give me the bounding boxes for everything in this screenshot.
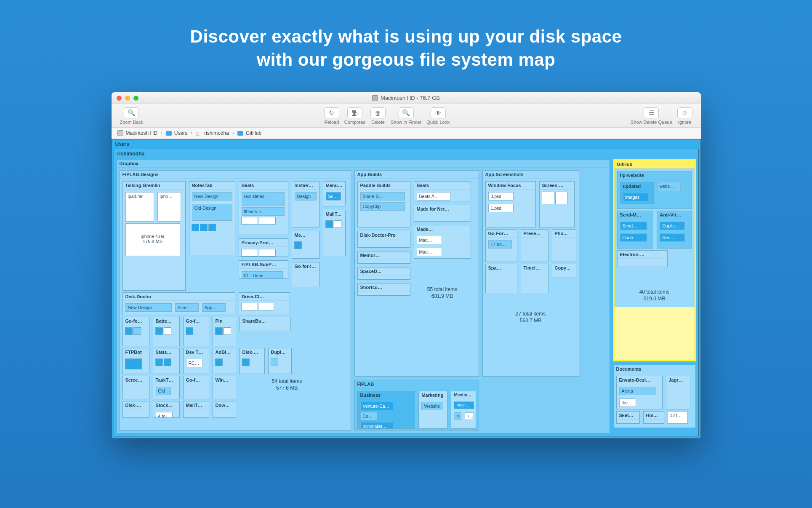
folder-disk3[interactable]: Disk-… [122, 401, 149, 418]
folder-adbl[interactable]: AdBl… [213, 348, 236, 374]
folder-send-m[interactable]: Send-M… Send… Code [617, 211, 654, 249]
folder-copy[interactable]: Copy… [552, 264, 576, 278]
show-delete-queue-button[interactable]: ☰ Show Delete Queue [631, 107, 672, 125]
folder-fiplab[interactable]: FIPLAB Business Venture-Ca… Cont… minima… [354, 380, 479, 430]
folder-raw-stems[interactable]: raw-stems [242, 192, 285, 206]
folder-shortcu[interactable]: Shortcu… [357, 283, 410, 296]
delete-button[interactable]: 🗑 Delete [370, 107, 386, 125]
folder-spaced[interactable]: SpaceD… [357, 267, 410, 280]
folder-privacy-protector[interactable]: Privacy-Prot… [239, 238, 288, 257]
folder-github[interactable]: GitHub fip-website updated images [613, 159, 696, 361]
folder-disk-doctor-pro[interactable]: Disk-Doctor-Pro [357, 231, 410, 248]
folder-stock[interactable]: Stock…4 to… [153, 401, 180, 418]
close-icon[interactable] [117, 96, 122, 101]
folder-new-design[interactable]: New-Design [192, 192, 232, 201]
show-in-finder-button[interactable]: 🔍 Show in Finder [391, 107, 421, 125]
folder-dow[interactable]: Dow… [213, 401, 236, 418]
folder-go-for-i[interactable]: Go-for-I… [292, 262, 319, 287]
level-users[interactable]: Users [112, 139, 700, 149]
folder-made-net[interactable]: Made for Net… [414, 205, 471, 222]
list-icon: ☰ [644, 107, 659, 118]
folder-meeting-re[interactable]: Meeting-Re… Programm… Ne…7 tot… [451, 391, 476, 429]
folder-me[interactable]: Me… [292, 231, 319, 259]
folder-flbeats[interactable]: flbeats-fi… [242, 207, 285, 216]
file-iphone4[interactable]: iphone 4.rar 175.8 MB [125, 223, 180, 256]
folder-marketing[interactable]: Marketing Website [418, 391, 447, 429]
folder-beats[interactable]: Beats raw-stems flbeats-fi… [239, 181, 288, 235]
ignore-button[interactable]: ⊘ Ignore [677, 107, 692, 125]
folder-go-f2[interactable]: Go-f… [183, 376, 209, 399]
folder-app-screenshots[interactable]: App-Screenshots Window-Focus 3.psd 1.psd [482, 170, 579, 377]
folder-memor[interactable]: Memor… [357, 251, 410, 264]
magnifier-icon: 🔍 [124, 107, 139, 118]
folder-electron[interactable]: Electron-… [617, 250, 668, 267]
folder-stats[interactable]: Stats… [153, 348, 180, 374]
crumb-rishimodha[interactable]: rishimodha [196, 130, 229, 136]
folder-sket[interactable]: Sket… [616, 411, 640, 424]
folder-anti-vir[interactable]: Anti-Vir… Duplic… Res… [657, 211, 692, 249]
folder-win[interactable]: Win… [213, 376, 236, 399]
folder-pin[interactable]: Pin [213, 317, 236, 346]
folder-jagr[interactable]: Jagr… [666, 376, 690, 409]
folder-spa[interactable]: Spa… [485, 264, 517, 293]
folder-envato[interactable]: Envato-Desi… Alerta the… [616, 376, 663, 409]
level-rishimodha[interactable]: rishimodha [114, 149, 698, 158]
chevron-right-icon: › [232, 130, 234, 136]
folder-prese[interactable]: Prese… [521, 229, 548, 262]
window-titlebar[interactable]: Macintosh HD - 76.7 GB [112, 92, 701, 104]
folder-screen[interactable]: Screen-… [539, 181, 575, 227]
folder-dropbox[interactable]: Dropbox FIPLAB-Designs Talking-Gremlin [117, 159, 610, 433]
trash-icon: 🗑 [370, 107, 386, 118]
folder-dev-t[interactable]: Dev T…RCP… [183, 348, 209, 374]
folder-documents[interactable]: Documents Envato-Desi… Alerta the… [613, 365, 696, 428]
crumb-github[interactable]: GitHub [237, 130, 261, 136]
marketing-headline: Discover exactly what is using up your d… [0, 0, 812, 84]
file-ipho[interactable]: ipho… [157, 192, 181, 222]
folder-menu[interactable]: Menu… Scr… [323, 181, 346, 206]
crumb-macintosh-hd[interactable]: Macintosh HD [117, 130, 157, 136]
folder-mailt[interactable]: MailT… [183, 401, 209, 418]
folder-drive-cl[interactable]: Drive-Cl… [239, 292, 290, 315]
quick-look-button[interactable]: 👁 Quick Look [426, 107, 450, 125]
folder-old-design[interactable]: Old-Design [192, 204, 232, 221]
folder-made[interactable]: Made… Mad… Mad… [414, 225, 471, 259]
traffic-lights[interactable] [117, 96, 138, 101]
folder-fiplab-designs[interactable]: FIPLAB-Designs Talking-Gremlin [120, 170, 351, 430]
folder-timel[interactable]: Timel… [521, 264, 548, 293]
compress-icon: 🗜 [347, 107, 362, 118]
folder-instar[interactable]: InstaR… Design [292, 181, 319, 227]
toolbar: 🔍 Zoom Back ↻ Reload 🗜 Compress 🗑 Delete… [112, 104, 701, 128]
folder-paddle-builds[interactable]: Paddle Builds Share B… CopyClip [357, 181, 410, 227]
folder-business[interactable]: Business Venture-Ca… Cont… minimalist… A… [357, 391, 415, 429]
folder-pho[interactable]: Pho… [552, 229, 576, 262]
folder-go-for[interactable]: Go-For…17 tot… [485, 229, 517, 262]
folder-app-builds[interactable]: App-Builds Paddle Builds Share B… Co [354, 170, 479, 377]
minimize-icon[interactable] [125, 96, 130, 101]
treemap[interactable]: Users rishimodha Dropbox FIPLAB-Designs [112, 139, 701, 438]
folder-go-f[interactable]: Go-f… [183, 317, 209, 346]
folder-go-fo[interactable]: Go-fo… [122, 317, 149, 346]
folder-scree[interactable]: Scree… [122, 376, 149, 399]
folder-hol[interactable]: Hol… [643, 411, 664, 424]
folder-disk2[interactable]: Disk-… [240, 348, 265, 374]
folder-talking-gremlin[interactable]: Talking-Gremlin ipad.rar ipho… [122, 181, 186, 291]
compress-button[interactable]: 🗜 Compress [344, 107, 365, 125]
reload-button[interactable]: ↻ Reload [324, 107, 339, 125]
zoom-back-button[interactable]: 🔍 Zoom Back [120, 107, 144, 125]
folder-fip-website[interactable]: fip-website updated images webs… [617, 171, 692, 209]
folder-beats2[interactable]: BeatsBeats A… [414, 181, 471, 201]
file-ipad-rar[interactable]: ipad.rar [125, 192, 154, 222]
folder-window-focus[interactable]: Window-Focus 3.psd 1.psd [485, 181, 536, 227]
folder-fiplab-subp[interactable]: FIPLAB-SubP… 01 - Done [239, 260, 288, 279]
folder-updated[interactable]: updated images [620, 182, 654, 204]
folder-sharebu[interactable]: ShareBu… [240, 317, 291, 331]
folder-taskt[interactable]: TaskT…Old [153, 376, 180, 399]
crumb-users[interactable]: Users [166, 130, 187, 136]
folder-ftpbot[interactable]: FTPBot [122, 348, 149, 374]
zoom-icon[interactable] [133, 96, 138, 101]
folder-disk-doctor[interactable]: Disk-Doctor New-Design Scre… App… [122, 292, 235, 315]
folder-mailtab[interactable]: MailTab [323, 210, 346, 256]
folder-notestab[interactable]: NotesTab New-Design Old-Design [189, 181, 235, 255]
folder-dupl[interactable]: Dupl… [268, 348, 292, 374]
folder-batte[interactable]: Batte… [153, 317, 180, 346]
